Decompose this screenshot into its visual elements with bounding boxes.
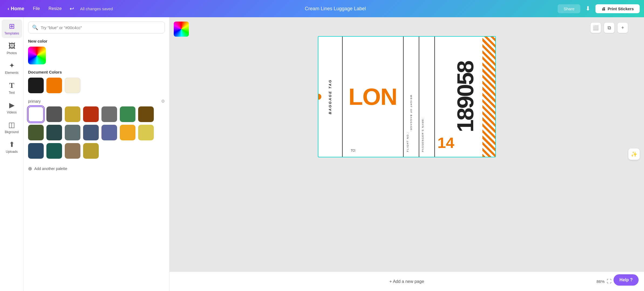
primary-color-16[interactable]	[65, 143, 80, 159]
doc-color-cream[interactable]	[65, 78, 80, 93]
add-palette-button[interactable]: ⊕ Add another palette	[28, 164, 165, 173]
palette-label: primary	[28, 99, 41, 103]
photos-icon: 🖼	[8, 42, 15, 50]
icon-sidebar: ⊞ Templates 🖼 Photos ✦ Elements T Text ▶…	[0, 17, 24, 291]
primary-color-7[interactable]	[28, 125, 44, 140]
primary-color-17[interactable]	[83, 143, 99, 159]
saved-status: All changes saved	[80, 6, 113, 11]
right-tool: ✨	[628, 148, 640, 160]
videos-icon: ▶	[9, 101, 15, 109]
bottom-bar: + Add a new page 86% ⛶	[169, 272, 644, 291]
document-color-grid	[28, 78, 165, 93]
sidebar-label-uploads: Uploads	[6, 150, 18, 154]
expand-icon[interactable]: ⛶	[607, 279, 612, 284]
passenger-label: PASSENGER'S NAME:	[421, 117, 432, 152]
home-label: Home	[11, 6, 24, 12]
search-box[interactable]: 🔍	[28, 22, 165, 33]
sidebar-item-photos[interactable]: 🖼 Photos	[2, 39, 22, 58]
sidebar-item-elements[interactable]: ✦ Elements	[2, 59, 22, 77]
background-icon: ◫	[8, 121, 15, 129]
text-icon: T	[9, 81, 14, 90]
primary-color-0[interactable]	[28, 106, 44, 122]
sidebar-item-uploads[interactable]: ⬆ Uploads	[2, 138, 22, 156]
number-col: 189058 14	[435, 37, 495, 157]
destination-code: LON	[349, 85, 397, 109]
to-label: TO:	[351, 149, 356, 153]
add-palette-icon: ⊕	[28, 166, 32, 172]
canvas-wrapper: BAGGAGE TAG LON TO: WEIGHT OF BAGGAGE: F…	[318, 36, 496, 157]
weight-label: WEIGHT OF BAGGAGE:	[406, 41, 416, 132]
bag-sub-number: 14	[438, 134, 454, 151]
print-button[interactable]: 🖨 Print Stickers	[595, 4, 640, 13]
color-palette-icon[interactable]	[174, 22, 189, 37]
search-input[interactable]	[41, 25, 161, 30]
color-panel: 🔍 New color Document Colors primary ⚙	[24, 17, 169, 291]
magic-tool-button[interactable]: ✨	[628, 148, 640, 160]
canvas-area: ⬜ ⧉ + BAGGAGE TAG LON TO:	[169, 17, 644, 291]
sidebar-label-templates: Templates	[4, 32, 19, 35]
zoom-level: 86%	[597, 279, 605, 284]
primary-palette-section: primary ⚙	[28, 99, 165, 159]
printer-icon: 🖨	[601, 6, 605, 11]
primary-color-11[interactable]	[101, 125, 117, 140]
resize-menu[interactable]: Resize	[45, 5, 65, 13]
sidebar-label-text: Text	[9, 91, 15, 95]
baggage-tag-canvas[interactable]: BAGGAGE TAG LON TO: WEIGHT OF BAGGAGE: F…	[318, 36, 496, 157]
search-icon: 🔍	[32, 25, 38, 30]
sidebar-item-templates[interactable]: ⊞ Templates	[2, 19, 22, 38]
baggage-tag-text: BAGGAGE TAG	[328, 79, 332, 114]
doc-color-orange[interactable]	[46, 78, 62, 93]
sidebar-label-background: Bkground	[5, 130, 19, 134]
main-area: ⊞ Templates 🖼 Photos ✦ Elements T Text ▶…	[0, 17, 644, 291]
copy-tool-button[interactable]: ⧉	[604, 23, 614, 33]
palette-header: primary ⚙	[28, 99, 165, 104]
weight-col: WEIGHT OF BAGGAGE: FLIGHT NO.:	[404, 37, 419, 157]
primary-color-grid	[28, 106, 165, 159]
help-button[interactable]: Help ?	[614, 274, 639, 286]
topbar: ‹ Home File Resize ↩ All changes saved C…	[0, 0, 644, 17]
primary-color-4[interactable]	[101, 106, 117, 122]
baggage-tag-col1: BAGGAGE TAG	[318, 37, 343, 157]
add-palette-label: Add another palette	[34, 167, 67, 171]
primary-color-2[interactable]	[65, 106, 80, 122]
templates-icon: ⊞	[9, 22, 15, 30]
primary-color-9[interactable]	[65, 125, 80, 140]
primary-color-14[interactable]	[28, 143, 44, 159]
add-page-button[interactable]: + Add a new page	[384, 277, 430, 286]
primary-color-5[interactable]	[120, 106, 135, 122]
primary-color-15[interactable]	[46, 143, 62, 159]
download-button[interactable]: ⬇	[582, 3, 593, 14]
sidebar-label-videos: Videos	[7, 110, 16, 114]
chevron-left-icon: ‹	[8, 6, 9, 12]
palette-menu-icon[interactable]: ⚙	[161, 99, 165, 104]
sidebar-label-photos: Photos	[7, 51, 17, 55]
sidebar-item-text[interactable]: T Text	[2, 78, 22, 97]
primary-color-3[interactable]	[83, 106, 99, 122]
home-button[interactable]: ‹ Home	[4, 4, 28, 13]
document-colors-label: Document Colors	[28, 70, 165, 74]
uploads-icon: ⬆	[9, 140, 15, 149]
elements-icon: ✦	[9, 61, 15, 70]
flight-label: FLIGHT NO.:	[406, 132, 416, 152]
sidebar-item-background[interactable]: ◫ Bkground	[2, 118, 22, 137]
sidebar-item-videos[interactable]: ▶ Videos	[2, 98, 22, 117]
zoom-controls: 86% ⛶	[597, 279, 612, 284]
primary-color-8[interactable]	[46, 125, 62, 140]
sidebar-label-elements: Elements	[5, 71, 18, 75]
primary-color-12[interactable]	[120, 125, 135, 140]
share-button[interactable]: Share	[558, 4, 580, 13]
add-tool-button[interactable]: +	[618, 23, 628, 33]
canvas-toolbar: ⬜ ⧉ +	[591, 23, 628, 33]
doc-color-black[interactable]	[28, 78, 44, 93]
primary-color-6[interactable]	[138, 106, 154, 122]
primary-color-10[interactable]	[83, 125, 99, 140]
destination-col: LON TO:	[343, 37, 404, 157]
new-color-button[interactable]	[28, 47, 46, 64]
crop-tool-button[interactable]: ⬜	[591, 23, 601, 33]
bag-number: 189058	[454, 61, 477, 132]
file-menu[interactable]: File	[30, 5, 43, 13]
primary-color-13[interactable]	[138, 125, 154, 140]
undo-button[interactable]: ↩	[67, 4, 77, 13]
diagonal-stripes	[482, 37, 495, 157]
primary-color-1[interactable]	[46, 106, 62, 122]
